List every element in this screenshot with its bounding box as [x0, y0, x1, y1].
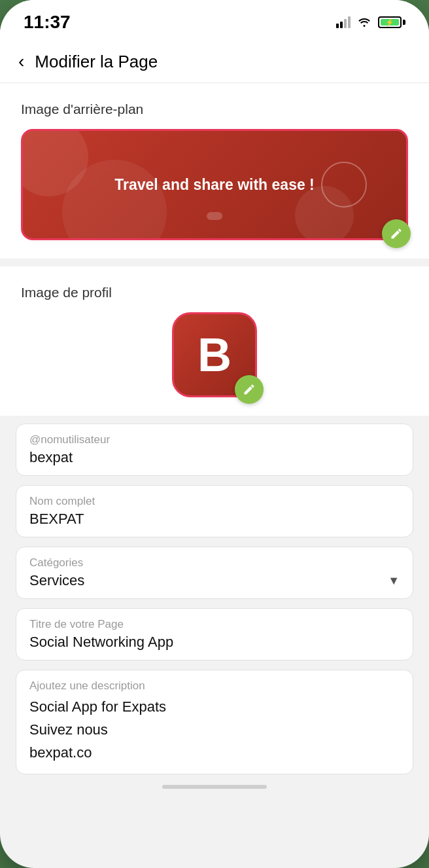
profile-section-label: Image de profil [21, 285, 408, 300]
page-title-field[interactable]: Titre de votre Page Social Networking Ap… [16, 608, 413, 660]
status-icons: ⚡ [336, 15, 405, 30]
page-title: Modifier la Page [35, 52, 158, 72]
category-label: Catégories [29, 556, 400, 570]
form-section: @nomutilisateur bexpat Nom complet BEXPA… [0, 424, 429, 774]
status-bar: 11:37 ⚡ [0, 0, 429, 41]
page-title-label: Titre de votre Page [29, 618, 400, 631]
nav-bar: ‹ Modifier la Page [0, 41, 429, 83]
profile-image-wrapper: B [172, 312, 257, 397]
page-title-value: Social Networking App [29, 634, 400, 651]
category-select[interactable]: Services ▼ [29, 572, 400, 589]
description-label: Ajoutez une description [29, 679, 400, 693]
banner-text: Travel and share with ease ! [114, 176, 315, 194]
profile-section: Image de profil B [0, 266, 429, 416]
phone-shell: 11:37 ⚡ ‹ Modifier la [0, 0, 429, 868]
banner-section-label: Image d'arrière-plan [21, 101, 408, 117]
status-time: 11:37 [24, 12, 71, 33]
back-button[interactable]: ‹ [18, 51, 24, 72]
profile-edit-button[interactable] [235, 375, 264, 404]
signal-icon [336, 16, 351, 28]
fullname-field[interactable]: Nom complet BEXPAT [16, 485, 413, 537]
battery-icon: ⚡ [378, 16, 405, 28]
description-field[interactable]: Ajoutez une description Social App for E… [16, 670, 413, 774]
banner-wrapper: Travel and share with ease ! [21, 129, 408, 240]
description-value: Social App for ExpatsSuivez nousbexpat.c… [29, 695, 400, 765]
dropdown-arrow-icon: ▼ [388, 574, 400, 588]
username-label: @nomutilisateur [29, 433, 400, 446]
home-indicator [162, 785, 267, 789]
fullname-value: BEXPAT [29, 511, 400, 528]
banner-circle-outline [321, 162, 367, 208]
banner-background: Travel and share with ease ! [23, 131, 406, 238]
username-field[interactable]: @nomutilisateur bexpat [16, 424, 413, 476]
category-field[interactable]: Catégories Services ▼ [16, 547, 413, 599]
banner-dot [207, 212, 222, 220]
fullname-label: Nom complet [29, 495, 400, 508]
profile-letter: B [197, 331, 232, 378]
banner-section: Image d'arrière-plan Travel and share wi… [0, 83, 429, 259]
banner-image: Travel and share with ease ! [21, 129, 408, 240]
banner-edit-button[interactable] [382, 219, 411, 248]
category-value: Services [29, 572, 84, 589]
wifi-icon [357, 15, 371, 30]
username-value: bexpat [29, 449, 400, 466]
